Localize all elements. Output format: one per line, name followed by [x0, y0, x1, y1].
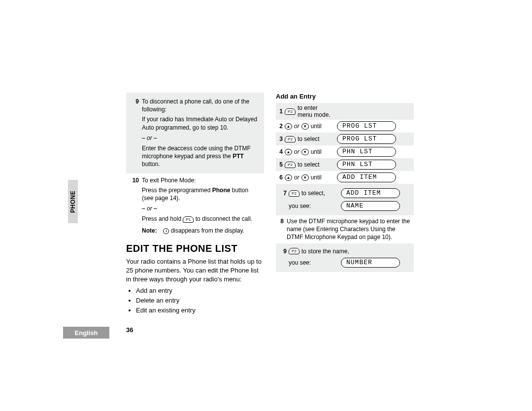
section-tab-phone: PHONE: [68, 180, 78, 223]
lcd-display: PROG LST: [337, 134, 396, 144]
lcd-display: PROG LST: [337, 121, 396, 131]
table-row: 2 ▲ or ▼ until PROG LST: [276, 120, 414, 133]
row-action: to select,: [301, 190, 325, 197]
lcd-display: ADD ITEM: [341, 188, 400, 198]
step9-line2: If your radio has Immediate Auto or Dela…: [142, 115, 260, 131]
p2-key-icon: P2: [285, 136, 296, 142]
you-see-label: you see:: [289, 203, 311, 209]
step-body: To disconnect a phone call, do one of th…: [142, 98, 260, 169]
left-column: 9 To disconnect a phone call, do one of …: [126, 93, 264, 316]
step10-line1: To exit Phone Mode:: [142, 176, 260, 184]
step9-line1: To disconnect a phone call, do one of th…: [142, 98, 260, 113]
or-text: or: [294, 174, 299, 181]
section-intro: Your radio contains a Phone list that ho…: [126, 257, 264, 284]
row-num: 7: [280, 190, 287, 197]
section-heading: EDIT THE PHONE LIST: [126, 243, 264, 254]
row-num: 2: [276, 123, 283, 130]
note-label: Note:: [142, 227, 162, 235]
table-row: 3 P2 to select PROG LST: [276, 133, 414, 145]
row-action: to select: [298, 136, 320, 142]
p2-key-icon: P2: [285, 108, 296, 115]
text: button.: [142, 161, 160, 168]
table-row: 4 ▲ or ▼ until PHN LST: [276, 145, 414, 158]
subheading: Add an Entry: [276, 93, 414, 100]
note-row: Note: J disappears from the display.: [142, 227, 260, 235]
row-num: 6: [276, 174, 283, 181]
p2-key-icon: P2: [285, 162, 296, 168]
up-arrow-icon: ▲: [285, 174, 292, 181]
p1-key-icon: P1: [183, 216, 194, 223]
bullet-item: Add an entry: [136, 287, 264, 294]
step-number: 9: [130, 98, 139, 169]
right-column: Add an Entry 1 P2 to enter menu mode. 2: [276, 93, 414, 316]
down-arrow-icon: ▼: [301, 174, 309, 181]
step-number: 10: [130, 176, 139, 235]
text: Press the preprogrammed: [142, 187, 212, 194]
row-num: 9: [280, 248, 287, 255]
row-action: to enter menu mode.: [298, 104, 334, 118]
step8-text: Use the DTMF microphone keypad to enter …: [287, 217, 413, 241]
step10-line2: Press the preprogrammed Phone button (se…: [142, 186, 260, 202]
you-see-label: you see:: [289, 259, 311, 266]
p2-key-icon: P2: [289, 190, 299, 197]
note-text: disappears from the display.: [171, 227, 244, 234]
up-arrow-icon: ▲: [285, 123, 292, 130]
step10-line3: Press and hold P1 to disconnect the call…: [142, 215, 260, 223]
handset-icon: J: [163, 228, 169, 234]
bullet-item: Delete an entry: [136, 297, 264, 304]
bold-text: PTT: [233, 153, 244, 160]
row-num: 8: [277, 217, 284, 241]
step-body: To exit Phone Mode: Press the preprogram…: [142, 176, 260, 235]
table-row: 5 P2 to select PHN LST: [276, 158, 414, 171]
table-row: 6 ▲ or ▼ until ADD ITEM: [276, 171, 414, 184]
table-row: 1 P2 to enter menu mode.: [276, 103, 414, 120]
text: to disconnect the call.: [194, 215, 252, 222]
step-9-box: 9 To disconnect a phone call, do one of …: [126, 93, 264, 173]
row-num: 3: [276, 136, 283, 142]
table-row-group: 7 P2 to select, ADD ITEM you see:: [276, 184, 414, 215]
bullet-item: Edit an existing entry: [136, 307, 264, 314]
p2-key-icon: P2: [289, 248, 299, 254]
or-text: or: [294, 123, 299, 130]
row-action: until: [311, 123, 322, 130]
lcd-display: ADD ITEM: [337, 172, 396, 182]
row-action: to select: [298, 161, 320, 168]
lcd-display: PHN LST: [337, 160, 396, 170]
page: PHONE English 9 To disconnect a phone ca…: [0, 0, 532, 411]
row-num: 5: [276, 161, 283, 168]
lcd-display: PHN LST: [337, 147, 396, 157]
language-tag: English: [63, 327, 109, 339]
or-text: or: [294, 148, 299, 155]
bold-text: Phone: [212, 187, 231, 194]
up-arrow-icon: ▲: [285, 149, 292, 155]
row-action: until: [311, 174, 322, 181]
text: Press and hold: [142, 215, 183, 222]
down-arrow-icon: ▼: [301, 123, 309, 130]
lcd-display: NAME: [341, 201, 400, 211]
row-action: to store the name,: [301, 248, 349, 255]
row-action: until: [311, 148, 322, 155]
page-content: 9 To disconnect a phone call, do one of …: [126, 93, 415, 334]
or-separator: – or –: [142, 202, 260, 215]
row-num: 1: [276, 108, 283, 115]
bullet-list: Add an entry Delete an entry Edit an exi…: [126, 287, 264, 314]
procedure-table: 1 P2 to enter menu mode. 2 ▲ or: [276, 103, 414, 272]
page-number: 36: [126, 326, 415, 334]
or-separator: – or –: [142, 132, 260, 144]
row-num: 4: [276, 148, 283, 155]
down-arrow-icon: ▼: [301, 149, 309, 155]
table-row-group: 9 P2 to store the name, you see: NUMB: [276, 243, 414, 272]
lcd-display: NUMBER: [341, 258, 400, 268]
step9-line3: Enter the deaccess code using the DTMF m…: [142, 144, 260, 169]
